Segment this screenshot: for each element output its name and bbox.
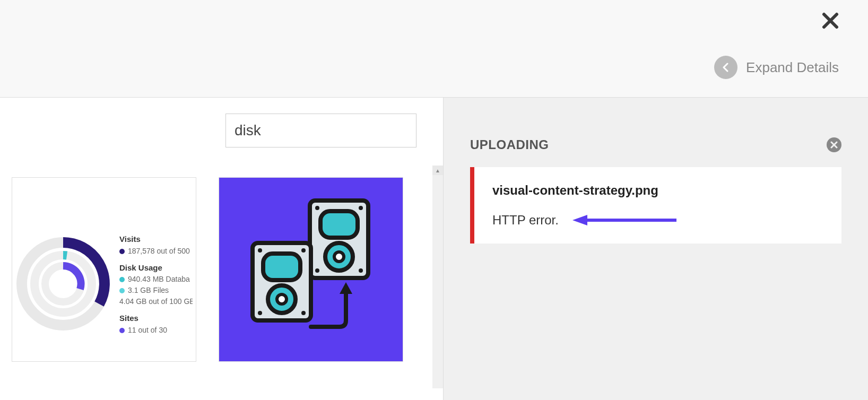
scrollbar[interactable]: ▲	[432, 166, 443, 388]
annotation-arrow-icon	[572, 214, 679, 227]
svg-point-18	[301, 248, 306, 253]
media-library-panel: Visits 187,578 out of 500 Disk Usage 940…	[0, 98, 444, 400]
search-input[interactable]	[225, 114, 416, 147]
usage-stats: Visits 187,578 out of 500 Disk Usage 940…	[119, 233, 193, 336]
scroll-up-icon: ▲	[432, 166, 443, 175]
svg-point-8	[334, 252, 344, 262]
svg-point-20	[301, 311, 306, 315]
svg-point-16	[277, 294, 287, 304]
svg-point-11	[315, 268, 319, 273]
upload-filename: visual-content-strategy.png	[492, 183, 823, 198]
upload-item: visual-content-strategy.png HTTP error.	[470, 167, 841, 244]
upload-status-panel: UPLOADING visual-content-strategy.png HT…	[444, 98, 868, 400]
svg-point-19	[258, 311, 262, 315]
close-icon	[822, 12, 839, 29]
media-thumbnail-1[interactable]: Visits 187,578 out of 500 Disk Usage 940…	[12, 177, 196, 362]
svg-marker-25	[572, 215, 587, 225]
upload-error-message: HTTP error.	[492, 213, 559, 228]
chevron-left-icon	[714, 56, 737, 79]
svg-rect-14	[263, 254, 300, 280]
svg-point-9	[315, 206, 319, 210]
expand-details-label: Expand Details	[746, 59, 839, 76]
disk-transfer-icon	[242, 190, 380, 349]
svg-rect-6	[320, 211, 358, 238]
sites-heading: Sites	[119, 312, 193, 325]
dismiss-upload-button[interactable]	[827, 137, 841, 152]
close-button[interactable]	[822, 11, 839, 33]
media-thumbnail-2[interactable]	[219, 177, 403, 362]
svg-point-17	[258, 248, 262, 253]
disk-usage-heading: Disk Usage	[119, 262, 193, 274]
svg-point-10	[359, 206, 363, 210]
expand-details-button[interactable]: Expand Details	[714, 56, 839, 79]
svg-point-12	[359, 268, 363, 273]
svg-marker-21	[340, 282, 352, 294]
close-icon	[830, 141, 838, 149]
modal-header: Expand Details	[0, 0, 868, 98]
visits-heading: Visits	[119, 233, 193, 246]
uploading-title: UPLOADING	[470, 137, 549, 152]
usage-donut-chart-icon	[15, 231, 111, 337]
